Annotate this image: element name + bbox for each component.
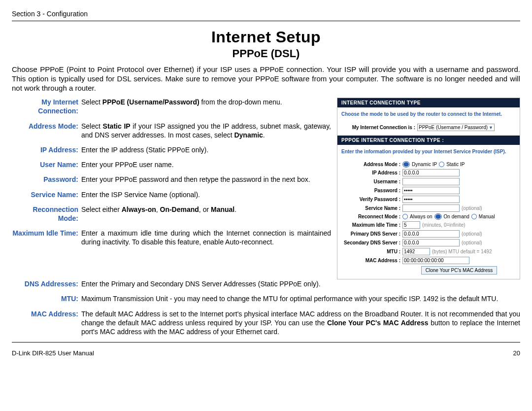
definition-row: MTU:Maximum Transmission Unit - you may … — [12, 294, 520, 303]
definition-row: IP Address:Enter the IP address (Static … — [12, 145, 331, 154]
definition-row: Password:Enter your PPPoE password and t… — [12, 175, 331, 184]
mtu-note: (bytes) MTU default = 1492 — [432, 249, 492, 254]
ip-address-label: IP Address : — [341, 170, 400, 175]
header-divider — [12, 21, 520, 21]
definition-row: My Internet Connection:Select PPPoE (Use… — [12, 98, 331, 115]
panel-instruction-1: Choose the mode to be used by the router… — [337, 107, 520, 121]
password-input[interactable] — [402, 187, 460, 194]
definition-label: DNS Addresses: — [12, 279, 81, 288]
page-title: Internet Setup — [12, 28, 520, 46]
mtu-input[interactable] — [402, 248, 430, 255]
connection-select[interactable]: PPPoE (Username / Password) ▼ — [417, 124, 495, 131]
definition-label: Address Mode: — [12, 122, 81, 131]
service-name-note: (optional) — [462, 206, 482, 211]
footer-left: D-Link DIR-825 User Manual — [12, 349, 94, 357]
always-on-label: Always on — [410, 214, 432, 219]
static-ip-label: Static IP — [446, 162, 465, 167]
definition-desc: Enter a maximum idle time during which t… — [81, 229, 331, 246]
definition-desc: Enter the Primary and Secondary DNS Serv… — [81, 279, 520, 288]
primary-dns-note: (optional) — [462, 231, 482, 237]
definition-row: User Name:Enter your PPPoE user name. — [12, 160, 331, 169]
service-name-input[interactable] — [402, 205, 460, 212]
always-on-radio[interactable] — [402, 214, 408, 219]
page-subtitle: PPPoE (DSL) — [12, 47, 520, 60]
definition-desc: Select Static IP if your ISP assigned yo… — [81, 122, 331, 139]
definition-label: MTU: — [12, 294, 81, 303]
definition-list: My Internet Connection:Select PPPoE (Use… — [12, 98, 331, 252]
mtu-label: MTU : — [341, 249, 400, 254]
definition-label: Reconnection Mode: — [12, 205, 81, 223]
address-mode-label: Address Mode : — [341, 162, 400, 167]
definition-label: MAC Address: — [12, 309, 81, 318]
definition-desc: Maximum Transmission Unit - you may need… — [81, 294, 520, 303]
footer-divider — [12, 342, 520, 342]
mac-address-label: MAC Address : — [341, 258, 400, 263]
definition-label: Password: — [12, 175, 81, 184]
manual-radio[interactable] — [471, 214, 477, 219]
panel-header-1: INTERNET CONNECTION TYPE — [337, 98, 520, 107]
secondary-dns-label: Secondary DNS Server : — [341, 240, 400, 245]
definition-desc: Enter the ISP Service Name (optional). — [81, 190, 331, 199]
password-label: Password : — [341, 188, 400, 193]
max-idle-label: Maximum Idle Time : — [341, 222, 400, 228]
primary-dns-label: Primary DNS Server : — [341, 231, 400, 237]
ip-address-input[interactable] — [402, 169, 460, 176]
definition-row: Address Mode:Select Static IP if your IS… — [12, 122, 331, 139]
connection-label: My Internet Connection is : — [341, 125, 415, 130]
definition-desc: Select either Always-on, On-Demand, or M… — [81, 205, 331, 214]
definition-list-full: DNS Addresses:Enter the Primary and Seco… — [12, 279, 520, 336]
secondary-dns-input[interactable] — [402, 239, 460, 246]
definition-label: My Internet Connection: — [12, 98, 81, 115]
settings-panel: INTERNET CONNECTION TYPE Choose the mode… — [337, 98, 520, 279]
primary-dns-input[interactable] — [402, 230, 460, 238]
verify-password-label: Verify Password : — [341, 197, 400, 202]
connection-select-value: PPPoE (Username / Password) — [419, 125, 488, 130]
panel-header-2: PPPOE INTERNET CONNECTION TYPE : — [337, 136, 520, 145]
clone-mac-button[interactable]: Clone Your PC's MAC Address — [421, 266, 497, 274]
definition-label: Service Name: — [12, 190, 81, 199]
secondary-dns-note: (optional) — [462, 240, 482, 245]
definition-row: Maximum Idle Time:Enter a maximum idle t… — [12, 229, 331, 246]
definition-row: MAC Address:The default MAC Address is s… — [12, 309, 520, 337]
definition-row: Reconnection Mode:Select either Always-o… — [12, 205, 331, 223]
on-demand-radio[interactable] — [434, 213, 442, 220]
page-header: Section 3 - Configuration — [12, 10, 520, 18]
definition-desc: The default MAC Address is set to the In… — [81, 309, 520, 337]
definition-desc: Select PPPoE (Username/Password) from th… — [81, 98, 331, 106]
definition-desc: Enter your PPPoE user name. — [81, 160, 331, 169]
static-ip-radio[interactable] — [439, 162, 444, 167]
chevron-down-icon: ▼ — [489, 125, 493, 130]
definition-desc: Enter the IP address (Static PPPoE only)… — [81, 145, 331, 154]
footer-page-number: 20 — [513, 349, 520, 357]
definition-row: Service Name:Enter the ISP Service Name … — [12, 190, 331, 199]
definition-label: IP Address: — [12, 145, 81, 154]
dynamic-ip-radio[interactable] — [402, 161, 410, 168]
manual-label: Manual — [479, 214, 495, 219]
reconnect-mode-label: Reconnect Mode : — [341, 214, 400, 219]
definition-label: User Name: — [12, 160, 81, 169]
intro-paragraph: Choose PPPoE (Point to Point Protocol ov… — [12, 65, 520, 93]
definition-label: Maximum Idle Time: — [12, 229, 81, 238]
mac-address-input[interactable] — [402, 257, 469, 264]
verify-password-input[interactable] — [402, 196, 460, 203]
username-label: Username : — [341, 179, 400, 184]
on-demand-label: On demand — [444, 214, 469, 219]
max-idle-note: (minutes, 0=infinite) — [422, 222, 466, 228]
username-input[interactable] — [402, 178, 460, 185]
definition-desc: Enter your PPPoE password and then retyp… — [81, 175, 331, 184]
max-idle-input[interactable] — [402, 221, 420, 229]
service-name-label: Service Name : — [341, 206, 400, 211]
dynamic-ip-label: Dynamic IP — [412, 162, 437, 167]
definition-row: DNS Addresses:Enter the Primary and Seco… — [12, 279, 520, 288]
panel-instruction-2: Enter the information provided by your I… — [337, 145, 520, 158]
